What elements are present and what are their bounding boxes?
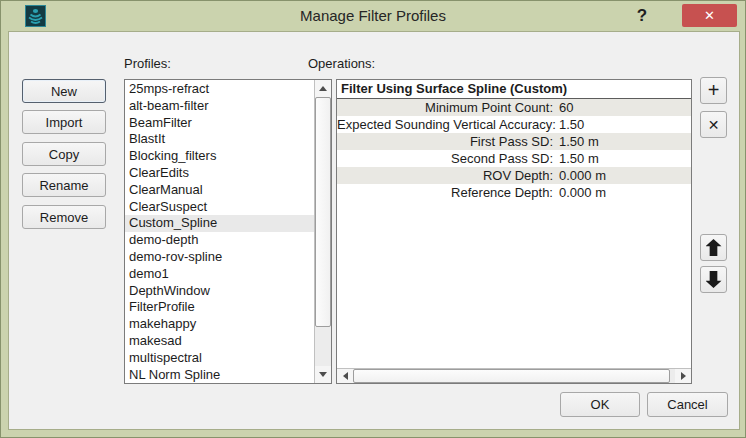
delete-operation-button[interactable]: ✕ bbox=[700, 111, 727, 138]
title-bar[interactable]: Manage Filter Profiles ? ✕ bbox=[1, 1, 745, 31]
plus-icon: + bbox=[708, 79, 720, 102]
triangle-right-icon bbox=[681, 372, 686, 380]
list-item[interactable]: demo1 bbox=[125, 266, 314, 283]
scroll-right-button[interactable] bbox=[675, 369, 691, 383]
list-item[interactable]: ClearSuspect bbox=[125, 199, 314, 216]
operation-header[interactable]: Filter Using Surface Spline (Custom) bbox=[337, 80, 691, 99]
operation-row[interactable]: ROV Depth: 0.000 m bbox=[337, 167, 691, 184]
profiles-list-viewport: 25mps-refract alt-beam-filter BeamFilter… bbox=[125, 80, 314, 383]
operation-param-label: Second Pass SD: bbox=[337, 150, 553, 167]
triangle-left-icon bbox=[343, 372, 348, 380]
operations-label: Operations: bbox=[308, 56, 375, 71]
operations-panel: Filter Using Surface Spline (Custom) Min… bbox=[336, 79, 692, 384]
ok-button[interactable]: OK bbox=[560, 392, 640, 417]
close-icon[interactable]: ✕ bbox=[682, 4, 737, 27]
add-operation-button[interactable]: + bbox=[700, 77, 727, 104]
profiles-label: Profiles: bbox=[124, 56, 171, 71]
list-item[interactable]: ClearEdits bbox=[125, 165, 314, 182]
arrow-up-icon bbox=[706, 239, 722, 256]
scroll-left-button[interactable] bbox=[337, 369, 353, 383]
operation-param-value: 0.000 m bbox=[559, 184, 691, 201]
list-item[interactable]: demo-rov-spline bbox=[125, 249, 314, 266]
help-icon[interactable]: ? bbox=[631, 4, 653, 28]
list-item[interactable]: NL Norm Spline bbox=[125, 367, 314, 383]
move-up-button[interactable] bbox=[700, 234, 727, 261]
vertical-scroll-track[interactable] bbox=[315, 97, 331, 366]
triangle-up-icon bbox=[319, 86, 327, 91]
list-item[interactable]: FilterProfile bbox=[125, 299, 314, 316]
vertical-scrollbar[interactable] bbox=[314, 80, 331, 383]
rename-button[interactable]: Rename bbox=[22, 173, 106, 197]
operation-param-label: Reference Depth: bbox=[337, 184, 553, 201]
list-item[interactable]: DepthWindow bbox=[125, 283, 314, 300]
list-item[interactable]: multispectral bbox=[125, 350, 314, 367]
operation-param-label: First Pass SD: bbox=[337, 133, 553, 150]
scroll-up-button[interactable] bbox=[315, 80, 331, 97]
operation-param-label: Expected Sounding Vertical Accuracy: bbox=[337, 116, 553, 133]
list-item[interactable]: alt-beam-filter bbox=[125, 98, 314, 115]
cross-icon: ✕ bbox=[708, 117, 720, 133]
cancel-button[interactable]: Cancel bbox=[647, 392, 728, 417]
vertical-scroll-thumb[interactable] bbox=[315, 97, 331, 327]
operation-param-value: 1.50 m bbox=[559, 133, 691, 150]
operation-param-value: 1.50 m bbox=[559, 150, 691, 167]
arrow-down-icon bbox=[706, 271, 722, 288]
new-button[interactable]: New bbox=[22, 79, 106, 103]
list-item[interactable]: makesad bbox=[125, 333, 314, 350]
profiles-list: 25mps-refract alt-beam-filter BeamFilter… bbox=[124, 79, 332, 384]
list-item[interactable]: 25mps-refract bbox=[125, 81, 314, 98]
operation-param-value: 1.50 bbox=[559, 116, 691, 133]
horizontal-scroll-thumb[interactable] bbox=[353, 369, 670, 383]
list-item-selected[interactable]: Custom_Spline bbox=[125, 215, 314, 232]
list-item[interactable]: BlastIt bbox=[125, 131, 314, 148]
list-item[interactable]: demo-depth bbox=[125, 232, 314, 249]
scroll-down-button[interactable] bbox=[315, 366, 331, 383]
list-item[interactable]: ClearManual bbox=[125, 182, 314, 199]
dialog-content: Profiles: Operations: New Import Copy Re… bbox=[8, 31, 740, 430]
operation-param-value: 0.000 m bbox=[559, 167, 691, 184]
operation-param-label: ROV Depth: bbox=[337, 167, 553, 184]
horizontal-scroll-track[interactable] bbox=[353, 369, 675, 383]
operation-row[interactable]: Expected Sounding Vertical Accuracy: 1.5… bbox=[337, 116, 691, 133]
manage-filter-profiles-dialog: Manage Filter Profiles ? ✕ Profiles: Ope… bbox=[0, 0, 746, 438]
import-button[interactable]: Import bbox=[22, 110, 106, 134]
horizontal-scrollbar[interactable] bbox=[337, 368, 691, 383]
list-item[interactable]: Blocking_filters bbox=[125, 148, 314, 165]
list-item[interactable]: makehappy bbox=[125, 316, 314, 333]
operation-row[interactable]: Reference Depth: 0.000 m bbox=[337, 184, 691, 201]
operation-row[interactable]: Second Pass SD: 1.50 m bbox=[337, 150, 691, 167]
copy-button[interactable]: Copy bbox=[22, 142, 106, 166]
operation-param-value: 60 bbox=[559, 99, 691, 116]
remove-button[interactable]: Remove bbox=[22, 205, 106, 229]
list-item[interactable]: BeamFilter bbox=[125, 115, 314, 132]
operation-param-label: Minimum Point Count: bbox=[337, 99, 553, 116]
move-down-button[interactable] bbox=[700, 266, 727, 293]
operation-row[interactable]: Minimum Point Count: 60 bbox=[337, 99, 691, 116]
triangle-down-icon bbox=[319, 372, 327, 377]
operation-row[interactable]: First Pass SD: 1.50 m bbox=[337, 133, 691, 150]
